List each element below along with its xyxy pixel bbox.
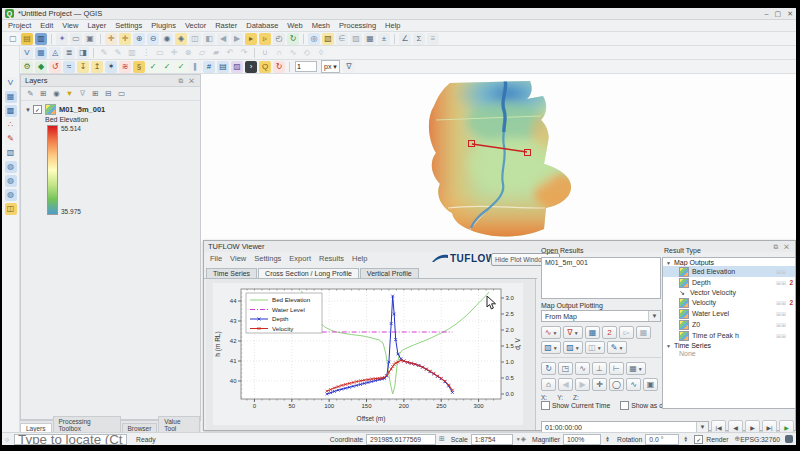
home-view-button[interactable]: ⌂ (541, 378, 556, 391)
plot-curve-options-button[interactable]: ∿ (626, 378, 641, 391)
split-axis-button[interactable]: ∿ (575, 362, 590, 375)
layer-name[interactable]: M01_5m_001 (59, 105, 105, 114)
axis-limits-x-button[interactable]: ⊢ (609, 362, 624, 375)
add-db-layer-icon[interactable]: ◫ (5, 203, 17, 215)
lock-scale-icon[interactable]: ◈ (521, 435, 526, 443)
menu-view[interactable]: View (62, 21, 78, 30)
add-gpx-icon[interactable]: ▧ (5, 147, 17, 159)
pan-plot-button[interactable]: ✛ (592, 378, 607, 391)
minimize-icon[interactable]: – (765, 10, 769, 18)
select-features-icon[interactable]: ▧ (322, 33, 334, 45)
collapse-all-icon[interactable]: ⊟ (103, 88, 114, 99)
maximize-icon[interactable]: ▢ (775, 10, 782, 18)
statistics-summary-icon[interactable]: Σ (413, 33, 425, 45)
forward-view-button[interactable]: ▶ (575, 378, 590, 391)
result-item-vector-velocity[interactable]: ↘Vector Velocity (663, 288, 795, 297)
plot-mode-dropdown[interactable]: From Map ▼ (541, 310, 661, 322)
zoom-selection-icon[interactable]: ◫ (189, 33, 201, 45)
filter-by-expression-icon[interactable]: ∇ (77, 88, 88, 99)
open-results-list[interactable]: M01_5m_001 (541, 257, 661, 299)
tuflow-reload-icon[interactable]: ↺ (49, 61, 61, 73)
menu-vector[interactable]: Vector (185, 21, 206, 30)
result-item-time-of-peak-h[interactable]: Time of Peak h⊞⊞ (663, 330, 795, 341)
new-project-icon[interactable]: ▢ (7, 33, 19, 45)
checkbox-show-as-dates[interactable] (620, 401, 629, 410)
stack-tool-icon[interactable]: ≋ (119, 61, 131, 73)
zoom-layer-icon[interactable]: ◧ (203, 33, 215, 45)
panel-tab-value-tool[interactable]: Value Tool (158, 416, 200, 433)
tuflow-dock-controls[interactable]: ⧉ ✕ (774, 243, 791, 251)
add-group-icon[interactable]: ⊞ (38, 88, 49, 99)
model-designer-icon[interactable]: ◆ (35, 61, 47, 73)
map-style-1-button[interactable]: ▧▼ (541, 341, 561, 354)
attribute-table-icon[interactable]: ▦ (364, 33, 376, 45)
scs-tool-icon[interactable]: § (133, 61, 145, 73)
paste-features-icon[interactable]: ▰ (210, 47, 222, 59)
cut-features-icon[interactable]: ⊗ (182, 47, 194, 59)
result-item-none[interactable]: None (663, 349, 795, 357)
tuflow-tab-cross-section-long-profile[interactable]: Cross Section / Long Profile (258, 268, 359, 278)
close-icon[interactable]: ✕ (787, 10, 793, 18)
trace-tool-icon[interactable]: ∿ (287, 47, 299, 59)
redo-icon[interactable]: ↷ (238, 47, 250, 59)
zoom-last-icon[interactable]: ◀ (217, 33, 229, 45)
menu-project[interactable]: Project (8, 21, 31, 30)
tuflow-menu-results[interactable]: Results (319, 254, 344, 263)
panel-dock-controls[interactable]: ⧉ ✕ (179, 77, 196, 85)
tuflow-menu-help[interactable]: Help (352, 254, 367, 263)
unit-select[interactable]: px ▾ (321, 60, 340, 73)
result-item-velocity[interactable]: Velocity⊞⊞2 (663, 297, 795, 308)
measure-icon[interactable]: ∠ (399, 33, 411, 45)
coordinate-value[interactable]: 291985,6177569 (366, 434, 436, 445)
new-shapefile-layer-icon[interactable]: ◨ (77, 47, 89, 59)
zoom-out-icon[interactable]: ⊖ (147, 33, 159, 45)
zoom-next-icon[interactable]: ▶ (231, 33, 243, 45)
add-record-icon[interactable]: ▭ (154, 47, 166, 59)
increment-file-icon[interactable]: ↥ (91, 61, 103, 73)
menu-edit[interactable]: Edit (40, 21, 53, 30)
add-point-cloud-icon[interactable]: ∴ (5, 119, 17, 131)
menu-settings[interactable]: Settings (115, 21, 142, 30)
spinner-icon[interactable]: ▲▼ (604, 436, 611, 443)
open-project-icon[interactable]: ▤ (21, 33, 33, 45)
move-feature-icon[interactable]: ✛ (168, 47, 180, 59)
pan-to-selection-icon[interactable]: ✛ (119, 33, 131, 45)
manage-map-themes-icon[interactable]: ◉ (51, 88, 62, 99)
mesh-render-button[interactable]: ◫▼ (585, 341, 605, 354)
check-files-1-icon[interactable]: ✓ (147, 61, 159, 73)
tuflow-tab-vertical-profile[interactable]: Vertical Profile (360, 268, 419, 278)
epsg-code[interactable]: EPSG:32760 (740, 436, 780, 443)
menu-plugins[interactable]: Plugins (151, 21, 176, 30)
gradient-raster-icon[interactable]: ▨ (231, 61, 243, 73)
layer-visibility-checkbox[interactable]: ✓ (33, 105, 42, 114)
checkbox-show-current-time[interactable] (541, 401, 550, 410)
window-controls[interactable]: –▢✕ (765, 10, 793, 18)
magnifier-value[interactable]: 100% (563, 434, 601, 445)
undo-icon[interactable]: ↶ (224, 47, 236, 59)
extents-icon[interactable]: ⊞ (439, 435, 445, 443)
zoom-plot-button[interactable]: ◯ (609, 378, 624, 391)
copy-features-icon[interactable]: ▱ (196, 47, 208, 59)
current-edits-icon[interactable]: ✎ (98, 47, 110, 59)
convert-doc-icon[interactable]: ▤ (217, 61, 229, 73)
result-item-depth[interactable]: Depth⊞⊞2 (663, 277, 795, 288)
scale-value[interactable]: 1:8754 (471, 434, 513, 445)
add-text-layer-icon[interactable]: ✎ (5, 133, 17, 145)
filter-tool-icon[interactable]: ∇ (343, 61, 355, 73)
refresh-map-icon[interactable]: ↻ (287, 33, 299, 45)
layout-manager-icon[interactable]: ▣ (84, 33, 96, 45)
add-raster-layer-icon[interactable]: ▦ (35, 47, 47, 59)
secondary-axis-button[interactable]: 2 (602, 326, 617, 339)
show-bookmarks-icon[interactable]: ▹ (259, 33, 271, 45)
render-checkbox[interactable]: ✓ (694, 435, 703, 444)
add-mesh-icon[interactable]: ▩ (5, 105, 17, 117)
menu-help[interactable]: Help (385, 21, 400, 30)
add-vector-icon[interactable]: V (5, 77, 17, 89)
result-item-bed-elevation[interactable]: Bed Elevation⊞⊞ (663, 266, 795, 277)
select-by-expression-icon[interactable]: ∈ (336, 33, 348, 45)
tuflow-menu-view[interactable]: View (230, 254, 246, 263)
menu-layer[interactable]: Layer (87, 21, 106, 30)
asc-to-asc-icon[interactable]: ✶ (105, 61, 117, 73)
cursor-tracking-button[interactable]: ▻ (619, 326, 634, 339)
import-empty-files-icon[interactable]: ↧ (77, 61, 89, 73)
